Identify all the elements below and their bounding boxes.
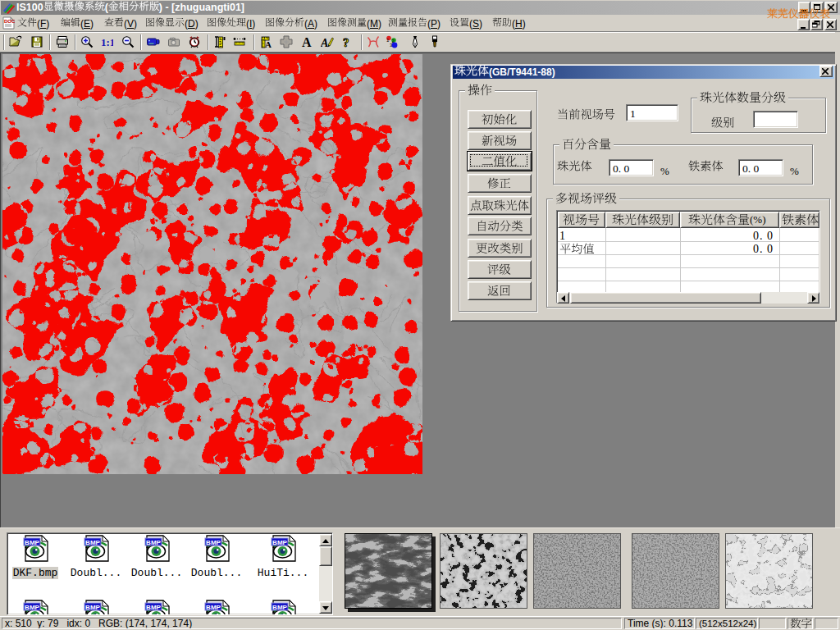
svg-text:1:1: 1:1 — [101, 36, 113, 48]
svg-text:BMP: BMP — [206, 604, 221, 611]
svg-text:BMP: BMP — [85, 539, 100, 546]
svg-text:BMP: BMP — [146, 539, 161, 546]
svg-text:BMP: BMP — [206, 539, 221, 546]
svg-text:BMP: BMP — [146, 604, 161, 611]
svg-text:BMP: BMP — [272, 539, 287, 546]
svg-text:A: A — [265, 39, 272, 48]
svg-text:DOC: DOC — [4, 19, 15, 24]
svg-text:BMP: BMP — [272, 604, 287, 611]
svg-text:?: ? — [343, 36, 349, 49]
svg-text:BMP: BMP — [25, 539, 39, 546]
svg-text:A: A — [302, 35, 312, 48]
svg-text:BMP: BMP — [25, 604, 39, 611]
svg-text:A: A — [321, 37, 328, 48]
svg-text:BMP: BMP — [85, 604, 100, 611]
